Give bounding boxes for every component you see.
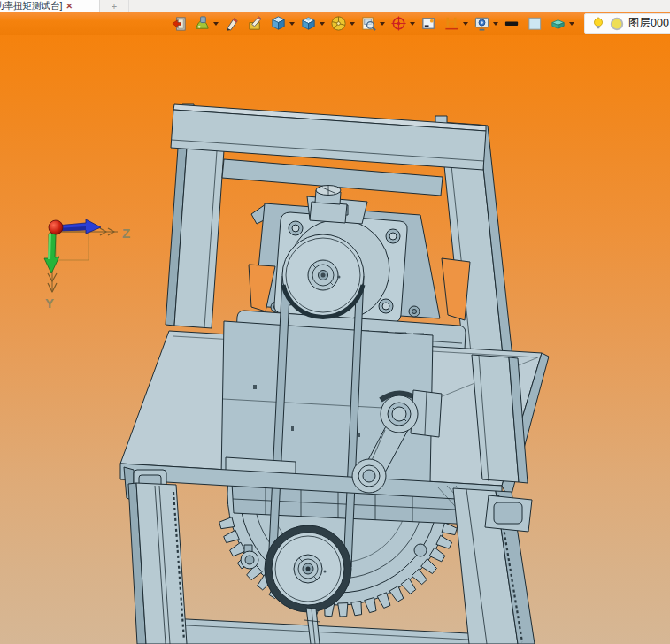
main-toolbar: 图层000 <box>0 12 670 35</box>
gear-bolt-hole <box>414 544 427 556</box>
cube-half-tool[interactable] <box>299 14 325 33</box>
motor-connector-box <box>310 202 347 223</box>
motor-pulley <box>282 234 364 317</box>
bottom-beam <box>169 618 486 644</box>
line-width-icon[interactable] <box>503 14 521 33</box>
z-axis-label: Z <box>122 226 130 241</box>
driven-pulley <box>265 525 351 612</box>
target-dropdown-caret[interactable] <box>410 22 415 26</box>
doc-zoom-dropdown-caret[interactable] <box>380 22 385 26</box>
tab-title: 功率扭矩测试台] <box>0 0 62 12</box>
cube-icon[interactable] <box>269 14 288 33</box>
pie-wheel-tool[interactable] <box>329 14 355 33</box>
layer-panel[interactable]: 图层000 <box>584 13 670 34</box>
y-axis-label: Y <box>45 295 54 310</box>
frame-dot-icon[interactable] <box>420 14 438 33</box>
active-document-tab[interactable]: 功率扭矩测试台] ✕ <box>0 0 100 12</box>
pie-wheel-dropdown-caret[interactable] <box>350 22 355 26</box>
material-dropdown-caret[interactable] <box>213 22 219 26</box>
layer-visibility-bulb-icon[interactable] <box>589 14 607 33</box>
material-tool[interactable] <box>193 14 219 33</box>
cad-application-window: 功率扭矩测试台] ✕ + 图层000 <box>0 0 670 644</box>
current-layer-name[interactable]: 图层000 <box>628 16 669 31</box>
color-swatch-tool[interactable] <box>526 14 544 33</box>
cube-tool[interactable] <box>269 14 295 33</box>
color-swatch-icon[interactable] <box>526 14 544 33</box>
clamp-dropdown-caret[interactable] <box>463 22 468 26</box>
doc-zoom-icon[interactable] <box>359 14 378 33</box>
origin-ball <box>49 220 63 234</box>
frame-dot-tool[interactable] <box>420 14 438 33</box>
machine-model <box>120 104 549 644</box>
clamp-tool[interactable] <box>443 14 468 33</box>
new-tab-button[interactable]: + <box>100 0 129 12</box>
target-tool[interactable] <box>389 14 415 33</box>
tab-close-icon[interactable]: ✕ <box>65 2 73 11</box>
document-tab-bar: 功率扭矩测试台] ✕ + <box>0 0 670 12</box>
wedge-tool[interactable] <box>549 14 574 33</box>
line-width-tool[interactable] <box>503 14 521 33</box>
pencil-tool[interactable] <box>223 14 242 33</box>
pencil-icon[interactable] <box>223 14 242 33</box>
pie-wheel-icon[interactable] <box>329 14 348 33</box>
exit-door-tool[interactable] <box>170 14 189 33</box>
coordinate-triad: Z Y <box>44 219 130 310</box>
monitor-gear-icon[interactable] <box>473 14 491 33</box>
model-canvas: Z Y <box>0 35 670 644</box>
monitor-gear-dropdown-caret[interactable] <box>493 22 498 26</box>
exit-door-icon[interactable] <box>170 14 189 33</box>
layer-color-circle-icon[interactable] <box>607 14 626 33</box>
sketch-box-tool[interactable] <box>246 14 265 33</box>
monitor-gear-tool[interactable] <box>473 14 498 33</box>
cube-dropdown-caret[interactable] <box>289 22 295 26</box>
target-icon[interactable] <box>389 14 408 33</box>
left-leg <box>128 483 187 644</box>
y-axis-arrow <box>44 234 59 273</box>
cube-half-icon[interactable] <box>299 14 318 33</box>
wedge-dropdown-caret[interactable] <box>569 22 574 26</box>
wedge-icon[interactable] <box>549 14 567 33</box>
sketch-box-icon[interactable] <box>246 14 265 33</box>
doc-zoom-tool[interactable] <box>359 14 385 33</box>
cube-half-dropdown-caret[interactable] <box>320 22 325 26</box>
toolbar-icon-group <box>170 14 579 33</box>
material-icon[interactable] <box>193 14 212 33</box>
3d-viewport[interactable]: Z Y <box>0 35 670 644</box>
clamp-icon[interactable] <box>443 14 461 33</box>
